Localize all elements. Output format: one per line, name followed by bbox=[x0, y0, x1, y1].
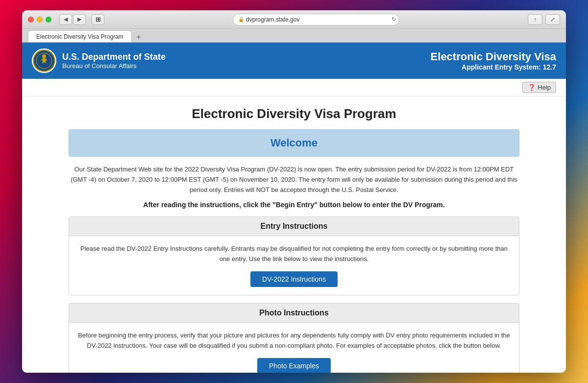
entry-instructions-body: Please read the DV-2022 Entry Instructio… bbox=[69, 236, 519, 295]
address-bar-container: 🔒 dvprogram.state.gov ↻ bbox=[108, 14, 524, 25]
dv-instructions-button[interactable]: DV-2022 Instructions bbox=[250, 271, 338, 287]
tab-bar: Electronic Diversity Visa Program + bbox=[22, 29, 566, 43]
photo-instructions-heading: Photo Instructions bbox=[69, 304, 519, 323]
photo-instructions-text: Before beginning the entry process, veri… bbox=[77, 331, 511, 351]
mac-window: ◀ ▶ ⊞ 🔒 dvprogram.state.gov ↻ ↑ ⤢ Electr… bbox=[22, 10, 566, 373]
back-button[interactable]: ◀ bbox=[59, 14, 72, 25]
ev-title: Electronic Diversity Visa bbox=[431, 50, 556, 63]
nav-buttons: ◀ ▶ bbox=[59, 14, 86, 25]
page-title: Electronic Diversity Visa Program bbox=[69, 106, 519, 121]
svg-point-3 bbox=[42, 54, 46, 58]
main-content: Electronic Diversity Visa Program Welcom… bbox=[49, 96, 539, 373]
state-dept-seal: ★ bbox=[32, 48, 56, 73]
url-text: dvprogram.state.gov bbox=[246, 16, 299, 23]
welcome-box: Welcome bbox=[69, 129, 519, 157]
title-bar: ◀ ▶ ⊞ 🔒 dvprogram.state.gov ↻ ↑ ⤢ bbox=[22, 10, 566, 29]
dept-title: U.S. Department of State bbox=[62, 52, 166, 63]
header-right: Electronic Diversity Visa Applicant Entr… bbox=[431, 50, 556, 71]
photo-instructions-section: Photo Instructions Before beginning the … bbox=[69, 303, 519, 373]
photo-examples-button[interactable]: Photo Examples bbox=[257, 358, 331, 373]
dept-subtitle: Bureau of Consular Affairs bbox=[62, 62, 166, 70]
new-tab-button[interactable]: + bbox=[134, 32, 144, 42]
bold-instruction: After reading the instructions, click th… bbox=[69, 201, 519, 209]
photo-instructions-body: Before beginning the entry process, veri… bbox=[69, 323, 519, 373]
help-bar: ❓ Help bbox=[22, 79, 566, 96]
web-content: ★ U.S. Department of State Bureau of Con… bbox=[22, 43, 566, 373]
welcome-text: Welcome bbox=[270, 137, 318, 149]
entry-instructions-heading: Entry Instructions bbox=[69, 217, 519, 236]
sidebar-button[interactable]: ⊞ bbox=[92, 14, 104, 25]
ev-subtitle: Applicant Entry System: 12.7 bbox=[431, 63, 556, 71]
fullscreen-button[interactable]: ⤢ bbox=[545, 14, 560, 25]
toolbar-right: ↑ ⤢ bbox=[528, 14, 560, 25]
tab-label: Electronic Diversity Visa Program bbox=[36, 33, 123, 40]
active-tab[interactable]: Electronic Diversity Visa Program bbox=[28, 30, 132, 42]
maximize-button[interactable] bbox=[46, 17, 51, 23]
state-dept-name: U.S. Department of State Bureau of Consu… bbox=[62, 52, 166, 70]
traffic-lights bbox=[28, 17, 51, 23]
forward-button[interactable]: ▶ bbox=[73, 14, 86, 25]
state-dept-left: ★ U.S. Department of State Bureau of Con… bbox=[32, 48, 166, 73]
address-bar[interactable]: 🔒 dvprogram.state.gov ↻ bbox=[233, 14, 399, 25]
lock-icon: 🔒 bbox=[238, 17, 244, 22]
minimize-button[interactable] bbox=[37, 17, 43, 23]
help-icon: ❓ bbox=[528, 84, 536, 91]
refresh-button[interactable]: ↻ bbox=[392, 16, 396, 23]
entry-instructions-section: Entry Instructions Please read the DV-20… bbox=[69, 216, 519, 295]
close-button[interactable] bbox=[28, 17, 34, 23]
help-button[interactable]: ❓ Help bbox=[522, 82, 556, 93]
entry-instructions-text: Please read the DV-2022 Entry Instructio… bbox=[77, 244, 511, 264]
intro-text: Our State Department Web site for the 20… bbox=[69, 165, 519, 195]
share-button[interactable]: ↑ bbox=[528, 14, 542, 25]
help-label: Help bbox=[538, 84, 551, 91]
state-dept-header: ★ U.S. Department of State Bureau of Con… bbox=[22, 43, 566, 79]
